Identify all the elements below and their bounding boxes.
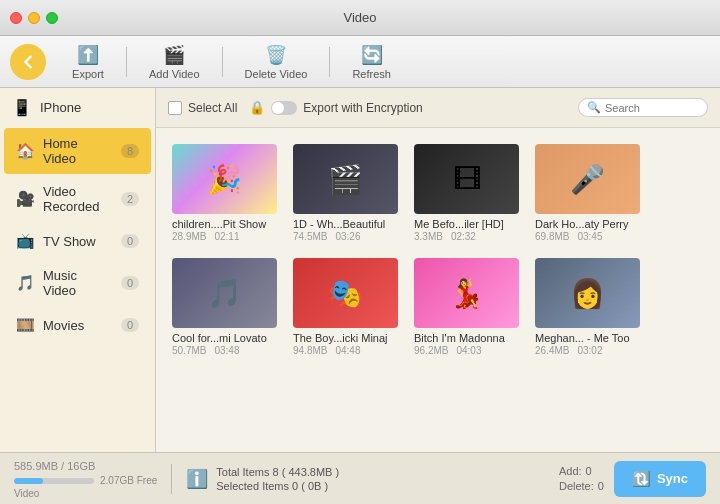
video-meta-5: 50.7MB 03:48 (172, 345, 277, 356)
video-item-3[interactable]: 🎞 Me Befo...iler [HD] 3.3MB 02:32 (414, 144, 519, 242)
storage-slash: / (58, 460, 67, 472)
video-size-3: 3.3MB (414, 231, 443, 242)
add-value: 0 (586, 465, 592, 477)
add-video-label: Add Video (149, 68, 200, 80)
toolbar-separator-3 (329, 47, 330, 77)
encrypt-toggle[interactable] (271, 101, 297, 115)
video-size-5: 50.7MB (172, 345, 206, 356)
delete-video-label: Delete Video (245, 68, 308, 80)
video-size-4: 69.8MB (535, 231, 569, 242)
device-item: 📱 IPhone (0, 88, 155, 127)
total-items-label: Total Items 8 ( 443.8MB ) (216, 466, 339, 478)
add-video-icon: 🎬 (163, 44, 185, 66)
delete-row: Delete: 0 (559, 480, 604, 492)
storage-free: 2.07GB Free (100, 475, 157, 486)
video-thumb-8: 👩 (535, 258, 640, 328)
encrypt-wrap: 🔒 Export with Encryption (249, 100, 422, 115)
video-duration-4: 03:45 (577, 231, 602, 242)
refresh-icon: 🔄 (361, 44, 383, 66)
video-title-6: The Boy...icki Minaj (293, 332, 398, 344)
search-icon: 🔍 (587, 101, 601, 114)
info-icon: ℹ️ (186, 468, 208, 490)
video-meta-2: 74.5MB 03:26 (293, 231, 398, 242)
video-title-3: Me Befo...iler [HD] (414, 218, 519, 230)
home-video-label: Home Video (43, 136, 113, 166)
video-grid: 🎉 children....Pit Show 28.9MB 02:11 🎬 1D… (156, 128, 720, 452)
movies-icon: 🎞️ (16, 316, 35, 334)
sync-label: Sync (657, 471, 688, 486)
add-delete-info: Add: 0 Delete: 0 (559, 465, 604, 492)
export-button[interactable]: ⬆️ Export (58, 40, 118, 84)
video-item-4[interactable]: 🎤 Dark Ho...aty Perry 69.8MB 03:45 (535, 144, 640, 242)
refresh-button[interactable]: 🔄 Refresh (338, 40, 405, 84)
music-video-label: Music Video (43, 268, 113, 298)
lock-icon: 🔒 (249, 100, 265, 115)
sidebar-item-home-video[interactable]: 🏠 Home Video 8 (4, 128, 151, 174)
select-all-wrap[interactable]: Select All (168, 101, 237, 115)
video-title-2: 1D - Wh...Beautiful (293, 218, 398, 230)
video-item-5[interactable]: 🎵 Cool for...mi Lovato 50.7MB 03:48 (172, 258, 277, 356)
video-meta-7: 96.2MB 04:03 (414, 345, 519, 356)
video-recorded-icon: 🎥 (16, 190, 35, 208)
video-size-8: 26.4MB (535, 345, 569, 356)
add-row: Add: 0 (559, 465, 604, 477)
selected-items-label: Selected Items 0 ( 0B ) (216, 480, 339, 492)
sidebar-item-tv-show[interactable]: 📺 TV Show 0 (4, 224, 151, 258)
delete-label: Delete: (559, 480, 594, 492)
items-info: ℹ️ Total Items 8 ( 443.8MB ) Selected It… (186, 466, 339, 492)
video-item-6[interactable]: 🎭 The Boy...icki Minaj 94.8MB 04:48 (293, 258, 398, 356)
export-icon: ⬆️ (77, 44, 99, 66)
main-area: 📱 IPhone 🏠 Home Video 8 🎥 Video Recorded… (0, 88, 720, 452)
add-video-button[interactable]: 🎬 Add Video (135, 40, 214, 84)
sidebar-item-movies[interactable]: 🎞️ Movies 0 (4, 308, 151, 342)
toolbar-separator-1 (126, 47, 127, 77)
video-item-7[interactable]: 💃 Bitch I'm Madonna 96.2MB 04:03 (414, 258, 519, 356)
video-item-8[interactable]: 👩 Meghan... - Me Too 26.4MB 03:02 (535, 258, 640, 356)
video-meta-6: 94.8MB 04:48 (293, 345, 398, 356)
sidebar-item-music-video[interactable]: 🎵 Music Video 0 (4, 260, 151, 306)
close-button[interactable] (10, 12, 22, 24)
content-area: Select All 🔒 Export with Encryption 🔍 🎉 … (156, 88, 720, 452)
home-video-count: 8 (121, 144, 139, 158)
video-item-1[interactable]: 🎉 children....Pit Show 28.9MB 02:11 (172, 144, 277, 242)
toolbar-separator-2 (222, 47, 223, 77)
music-video-icon: 🎵 (16, 274, 35, 292)
video-duration-3: 02:32 (451, 231, 476, 242)
video-title-7: Bitch I'm Madonna (414, 332, 519, 344)
movies-label: Movies (43, 318, 113, 333)
video-item-2[interactable]: 🎬 1D - Wh...Beautiful 74.5MB 03:26 (293, 144, 398, 242)
sync-icon: 🔃 (632, 470, 651, 488)
device-label: IPhone (40, 100, 81, 115)
refresh-label: Refresh (352, 68, 391, 80)
sidebar-item-video-recorded[interactable]: 🎥 Video Recorded 2 (4, 176, 151, 222)
storage-info: 585.9MB / 16GB 2.07GB Free Video (14, 458, 157, 499)
storage-type: Video (14, 488, 157, 499)
delete-video-icon: 🗑️ (265, 44, 287, 66)
encrypt-label: Export with Encryption (303, 101, 422, 115)
video-size-6: 94.8MB (293, 345, 327, 356)
search-input[interactable] (605, 102, 699, 114)
music-video-count: 0 (121, 276, 139, 290)
search-box: 🔍 (578, 98, 708, 117)
minimize-button[interactable] (28, 12, 40, 24)
status-bar: 585.9MB / 16GB 2.07GB Free Video ℹ️ Tota… (0, 452, 720, 504)
add-label: Add: (559, 465, 582, 477)
delete-video-button[interactable]: 🗑️ Delete Video (231, 40, 322, 84)
video-duration-6: 04:48 (335, 345, 360, 356)
video-recorded-count: 2 (121, 192, 139, 206)
video-recorded-label: Video Recorded (43, 184, 113, 214)
video-size-1: 28.9MB (172, 231, 206, 242)
back-button[interactable] (10, 44, 46, 80)
video-duration-2: 03:26 (335, 231, 360, 242)
storage-progress-bar (14, 478, 94, 484)
video-thumb-2: 🎬 (293, 144, 398, 214)
video-thumb-1: 🎉 (172, 144, 277, 214)
toolbar: ⬆️ Export 🎬 Add Video 🗑️ Delete Video 🔄 … (0, 36, 720, 88)
sidebar: 📱 IPhone 🏠 Home Video 8 🎥 Video Recorded… (0, 88, 156, 452)
select-all-checkbox[interactable] (168, 101, 182, 115)
sync-button[interactable]: 🔃 Sync (614, 461, 706, 497)
video-title-1: children....Pit Show (172, 218, 277, 230)
storage-used: 585.9MB / 16GB (14, 458, 157, 473)
traffic-lights (10, 12, 58, 24)
maximize-button[interactable] (46, 12, 58, 24)
